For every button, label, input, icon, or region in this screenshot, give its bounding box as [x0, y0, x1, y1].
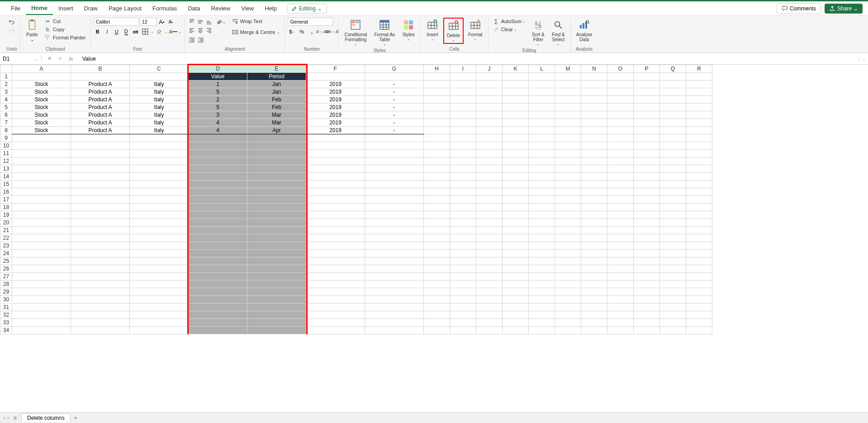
cell[interactable] [424, 157, 450, 165]
cell[interactable] [607, 319, 634, 327]
cell[interactable] [607, 265, 634, 273]
cell[interactable] [555, 273, 581, 280]
select-all-corner[interactable] [0, 65, 12, 73]
cell[interactable] [503, 173, 529, 181]
column-header[interactable]: E [247, 65, 306, 73]
row-header[interactable]: 26 [0, 265, 12, 273]
cell[interactable] [686, 257, 712, 265]
cell[interactable] [424, 211, 450, 219]
cell[interactable] [189, 150, 247, 157]
cell[interactable]: Apr [247, 127, 306, 134]
column-header[interactable]: M [555, 65, 581, 73]
cell[interactable] [12, 327, 71, 334]
cell[interactable] [607, 311, 634, 319]
cell[interactable] [12, 273, 71, 280]
cell[interactable] [130, 219, 189, 227]
cell[interactable] [634, 280, 660, 288]
row-header[interactable]: 30 [0, 296, 12, 304]
cell[interactable] [634, 96, 660, 104]
cell[interactable] [555, 150, 581, 157]
cell[interactable] [503, 296, 529, 304]
cell[interactable] [581, 204, 607, 211]
cell[interactable] [476, 265, 503, 273]
cell[interactable] [503, 150, 529, 157]
cell[interactable] [476, 288, 503, 296]
cell[interactable] [686, 181, 712, 188]
cell[interactable] [634, 73, 660, 81]
cell[interactable] [365, 165, 424, 173]
cell[interactable] [365, 327, 424, 334]
cell[interactable] [189, 134, 247, 142]
cell[interactable] [634, 157, 660, 165]
double-underline-button[interactable]: D [122, 28, 130, 36]
cell[interactable] [424, 181, 450, 188]
cell[interactable] [130, 257, 189, 265]
cell[interactable] [686, 81, 712, 88]
cell[interactable] [12, 219, 71, 227]
cell[interactable] [424, 304, 450, 311]
cell[interactable] [660, 73, 686, 81]
cell[interactable] [12, 204, 71, 211]
cell[interactable] [12, 242, 71, 250]
cell[interactable]: Mar [247, 119, 306, 127]
cell[interactable] [607, 88, 634, 96]
cell[interactable]: 4 [189, 127, 247, 134]
cell[interactable] [365, 242, 424, 250]
cell[interactable] [660, 327, 686, 334]
cell[interactable] [306, 196, 365, 204]
cell[interactable] [424, 204, 450, 211]
column-header[interactable]: G [365, 65, 424, 73]
column-header[interactable]: C [130, 65, 189, 73]
cell[interactable] [607, 181, 634, 188]
cell[interactable] [581, 127, 607, 134]
cell[interactable] [660, 227, 686, 234]
cell[interactable]: 2019 [306, 111, 365, 119]
cell[interactable] [555, 165, 581, 173]
cell[interactable]: Category [365, 73, 424, 81]
cell[interactable]: Product A [71, 81, 130, 88]
cell[interactable] [555, 127, 581, 134]
cell[interactable] [130, 165, 189, 173]
cell[interactable] [247, 227, 306, 234]
cell[interactable] [450, 296, 476, 304]
paste-button[interactable]: Paste ⌄ [23, 18, 41, 43]
cell[interactable] [634, 234, 660, 242]
cell[interactable] [365, 257, 424, 265]
cell[interactable] [130, 150, 189, 157]
cell[interactable]: Value [189, 73, 247, 81]
wrap-text-button[interactable]: Wrap Text [230, 18, 282, 25]
cell[interactable]: Item [12, 73, 71, 81]
cell[interactable] [634, 173, 660, 181]
align-top-button[interactable] [188, 18, 196, 26]
cell[interactable] [529, 257, 555, 265]
cell[interactable] [71, 311, 130, 319]
cell[interactable] [424, 273, 450, 280]
cell[interactable]: Stock [12, 81, 71, 88]
menu-review[interactable]: Review [206, 2, 236, 14]
cell[interactable] [424, 296, 450, 304]
row-header[interactable]: 8 [0, 127, 12, 134]
align-bottom-button[interactable] [205, 18, 213, 26]
cell[interactable]: Year [306, 73, 365, 81]
cell[interactable] [555, 211, 581, 219]
cell[interactable] [12, 234, 71, 242]
cell[interactable] [581, 273, 607, 280]
cell[interactable] [503, 104, 529, 111]
cell[interactable] [476, 242, 503, 250]
row-header[interactable]: 22 [0, 234, 12, 242]
cell[interactable] [189, 327, 247, 334]
cell[interactable] [189, 173, 247, 181]
bold-button[interactable]: B [94, 28, 102, 36]
cell[interactable] [130, 327, 189, 334]
editing-mode-button[interactable]: Editing ⌄ [287, 4, 327, 14]
cell[interactable] [555, 88, 581, 96]
cell[interactable] [12, 181, 71, 188]
cell[interactable] [660, 234, 686, 242]
cell[interactable]: Product A [71, 104, 130, 111]
cell[interactable] [660, 173, 686, 181]
cell[interactable] [503, 327, 529, 334]
cell[interactable] [247, 196, 306, 204]
cell[interactable] [189, 227, 247, 234]
cell[interactable] [607, 227, 634, 234]
cell[interactable] [503, 311, 529, 319]
